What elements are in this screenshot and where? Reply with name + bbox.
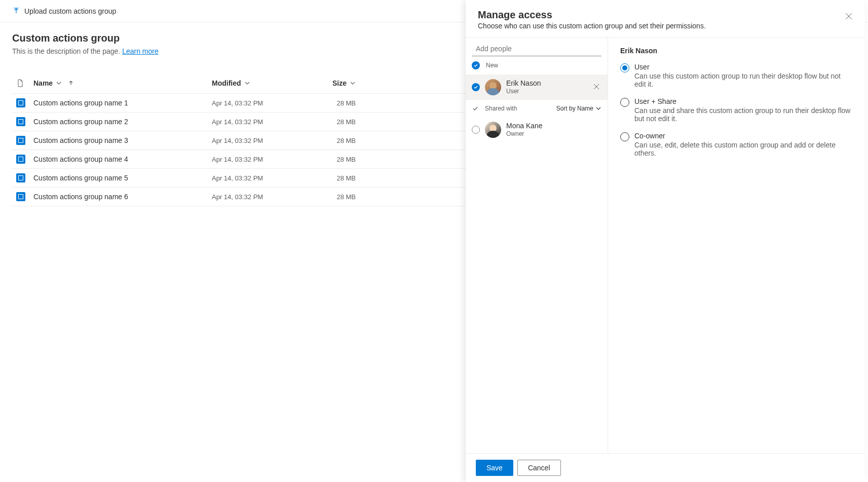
row-icon-cell bbox=[12, 155, 33, 164]
actions-group-icon bbox=[16, 136, 25, 145]
shared-people-list: Mona KaneOwner bbox=[466, 117, 608, 142]
upload-label: Upload custom actions group bbox=[24, 7, 116, 15]
panel-header: Manage access Choose who can use this cu… bbox=[466, 0, 865, 38]
permission-text: User + ShareCan use and share this custo… bbox=[634, 97, 853, 123]
row-name: Custom actions group name 1 bbox=[33, 99, 212, 107]
new-people-list: Erik NasonUser bbox=[466, 75, 608, 100]
row-modified: Apr 14, 03:32 PM bbox=[212, 174, 315, 182]
permission-option[interactable]: UserCan use this custom action group to … bbox=[620, 63, 853, 88]
radio-icon[interactable] bbox=[620, 98, 629, 107]
permission-label: User + Share bbox=[634, 97, 853, 105]
row-icon-cell bbox=[12, 117, 33, 126]
permission-text: UserCan use this custom action group to … bbox=[634, 63, 853, 88]
file-icon bbox=[16, 79, 24, 87]
new-section[interactable]: New bbox=[466, 56, 608, 75]
checkmark-icon bbox=[472, 83, 480, 91]
radio-icon[interactable] bbox=[620, 63, 629, 72]
row-modified: Apr 14, 03:32 PM bbox=[212, 118, 315, 126]
row-icon-cell bbox=[12, 173, 33, 182]
sort-by-button[interactable]: Sort by Name bbox=[556, 105, 601, 112]
chevron-down-icon bbox=[56, 80, 62, 86]
cancel-button[interactable]: Cancel bbox=[517, 460, 561, 476]
permission-label: User bbox=[634, 63, 853, 71]
learn-more-link[interactable]: Learn more bbox=[122, 47, 159, 55]
shared-with-section: Shared with Sort by Name bbox=[466, 100, 608, 117]
row-name: Custom actions group name 6 bbox=[33, 193, 212, 201]
save-button[interactable]: Save bbox=[476, 460, 513, 476]
person-name: Erik Nason bbox=[506, 79, 586, 88]
row-size: 28 MB bbox=[315, 193, 356, 201]
new-label: New bbox=[486, 62, 498, 69]
checkmark-icon bbox=[472, 61, 480, 69]
column-size[interactable]: Size bbox=[315, 79, 356, 87]
actions-group-icon bbox=[16, 117, 25, 126]
actions-group-icon bbox=[16, 155, 25, 164]
chevron-down-icon bbox=[595, 105, 601, 112]
row-icon-cell bbox=[12, 136, 33, 145]
chevron-down-icon bbox=[244, 80, 250, 86]
row-modified: Apr 14, 03:32 PM bbox=[212, 99, 315, 107]
panel-title: Manage access bbox=[478, 9, 853, 21]
person-role: Owner bbox=[506, 130, 601, 138]
person-name: Mona Kane bbox=[506, 121, 601, 130]
people-column: New Erik NasonUser Shared with Sort by N… bbox=[466, 38, 608, 453]
actions-group-icon bbox=[16, 173, 25, 182]
actions-group-icon bbox=[16, 192, 25, 201]
avatar bbox=[485, 122, 501, 138]
permission-description: Can use and share this custom action gro… bbox=[634, 106, 853, 123]
panel-subtitle: Choose who can use this custom action gr… bbox=[478, 22, 853, 30]
person-row[interactable]: Mona KaneOwner bbox=[466, 117, 608, 142]
column-name[interactable]: Name bbox=[33, 79, 212, 87]
person-row[interactable]: Erik NasonUser bbox=[466, 75, 608, 100]
row-size: 28 MB bbox=[315, 156, 356, 163]
radio-icon[interactable] bbox=[620, 132, 629, 141]
selected-person-name: Erik Nason bbox=[620, 47, 853, 55]
row-icon-cell bbox=[12, 192, 33, 201]
shared-with-label: Shared with bbox=[485, 105, 517, 112]
checkmark-icon bbox=[472, 105, 479, 112]
chevron-down-icon bbox=[350, 80, 356, 86]
permission-description: Can use, edit, delete this custom action… bbox=[634, 141, 853, 157]
page-description-text: This is the description of the page. bbox=[12, 47, 122, 55]
sort-ascending-icon bbox=[68, 80, 74, 86]
row-icon-cell bbox=[12, 98, 33, 107]
add-people-input[interactable] bbox=[472, 42, 601, 56]
row-size: 28 MB bbox=[315, 118, 356, 126]
remove-person-button[interactable] bbox=[591, 83, 601, 91]
permission-option[interactable]: User + ShareCan use and share this custo… bbox=[620, 97, 853, 123]
person-info: Mona KaneOwner bbox=[506, 121, 601, 138]
panel-body: New Erik NasonUser Shared with Sort by N… bbox=[466, 38, 865, 453]
row-name: Custom actions group name 3 bbox=[33, 136, 212, 144]
close-button[interactable] bbox=[843, 10, 855, 22]
manage-access-panel: Manage access Choose who can use this cu… bbox=[466, 0, 865, 482]
row-modified: Apr 14, 03:32 PM bbox=[212, 193, 315, 201]
row-name: Custom actions group name 2 bbox=[33, 118, 212, 126]
row-modified: Apr 14, 03:32 PM bbox=[212, 137, 315, 144]
close-icon bbox=[593, 84, 599, 90]
radio-icon[interactable] bbox=[472, 126, 480, 134]
row-name: Custom actions group name 5 bbox=[33, 174, 212, 182]
avatar bbox=[485, 79, 501, 95]
row-size: 28 MB bbox=[315, 174, 356, 182]
permission-label: Co-owner bbox=[634, 132, 853, 140]
upload-custom-actions-button[interactable]: Upload custom actions group bbox=[12, 7, 116, 15]
row-name: Custom actions group name 4 bbox=[33, 155, 212, 163]
actions-group-icon bbox=[16, 98, 25, 107]
permission-text: Co-ownerCan use, edit, delete this custo… bbox=[634, 132, 853, 157]
permissions-column: Erik Nason UserCan use this custom actio… bbox=[608, 38, 865, 453]
column-modified[interactable]: Modified bbox=[212, 79, 315, 87]
column-icon[interactable] bbox=[12, 79, 33, 87]
panel-footer: Save Cancel bbox=[466, 453, 865, 482]
row-size: 28 MB bbox=[315, 137, 356, 144]
row-size: 28 MB bbox=[315, 99, 356, 107]
permission-description: Can use this custom action group to run … bbox=[634, 72, 853, 88]
person-info: Erik NasonUser bbox=[506, 79, 586, 96]
row-modified: Apr 14, 03:32 PM bbox=[212, 156, 315, 163]
permission-option[interactable]: Co-ownerCan use, edit, delete this custo… bbox=[620, 132, 853, 157]
upload-icon bbox=[12, 7, 20, 15]
permission-options: UserCan use this custom action group to … bbox=[620, 63, 853, 157]
person-role: User bbox=[506, 88, 586, 96]
close-icon bbox=[845, 13, 852, 20]
